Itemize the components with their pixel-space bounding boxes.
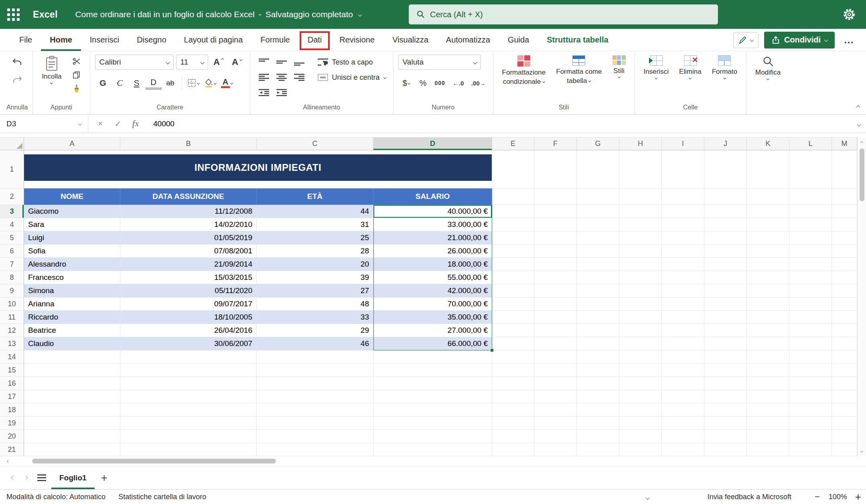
cell-j20[interactable] [704,430,747,443]
cell-l8[interactable] [789,271,832,284]
row-header-10[interactable]: 10 [0,298,24,311]
ribbon-tab-automatizza[interactable]: Automatizza [437,29,499,51]
scroll-left-button[interactable] [0,460,16,462]
column-header-c[interactable]: C [257,137,373,150]
confirm-entry-button[interactable]: ✓ [110,117,126,131]
row-header-14[interactable]: 14 [0,350,24,364]
align-middle-button[interactable] [273,55,290,70]
table-header-nome[interactable]: NOME [24,188,120,205]
ribbon-tab-guida[interactable]: Guida [499,29,538,51]
cell-l15[interactable] [789,364,832,377]
cell-f6[interactable] [534,245,577,258]
cell-h5[interactable] [619,231,662,245]
cell-b12[interactable]: 26/04/2016 [120,324,257,337]
ribbon-tab-formule[interactable]: Formule [251,29,298,51]
cell-m10[interactable] [832,298,857,311]
cell-m13[interactable] [832,337,857,350]
fill-color-button[interactable] [202,75,218,91]
cell-k13[interactable] [747,337,789,350]
font-name-select[interactable]: Calibri [95,55,174,70]
cell-g10[interactable] [577,298,619,311]
cell-l9[interactable] [789,284,832,298]
cell-e3[interactable] [492,205,534,218]
merge-center-button[interactable]: Unisci e centra [315,70,388,85]
cell-h8[interactable] [619,271,662,284]
cell-j17[interactable] [704,390,747,403]
cell-g20[interactable] [577,430,619,443]
cell-k15[interactable] [747,364,789,377]
ribbon-tab-inserisci[interactable]: Inserisci [81,29,128,51]
cell-a5[interactable]: Luigi [24,231,120,245]
vertical-scrollbar[interactable] [857,137,866,456]
cell-c9[interactable]: 27 [257,284,373,298]
cell-l18[interactable] [789,403,832,417]
cell-b21[interactable] [120,443,257,456]
cell-i20[interactable] [662,430,704,443]
cell-m11[interactable] [832,311,857,324]
cell-j19[interactable] [704,417,747,430]
cell-l4[interactable] [789,218,832,231]
column-header-b[interactable]: B [120,137,257,150]
cell-f20[interactable] [534,430,577,443]
cell-d13[interactable]: 66.000,00 € [373,337,492,350]
cell-a10[interactable]: Arianna [24,298,120,311]
cell-f16[interactable] [534,377,577,390]
cell-d20[interactable] [373,430,492,443]
cell-i16[interactable] [662,377,704,390]
cell-i2[interactable] [662,188,704,205]
cell-d12[interactable]: 27.000,00 € [373,324,492,337]
cell-e12[interactable] [492,324,534,337]
cell-l3[interactable] [789,205,832,218]
cell-d4[interactable]: 33.000,00 € [373,218,492,231]
cell-j2[interactable] [704,188,747,205]
align-left-button[interactable] [255,70,273,85]
pen-mode-button[interactable] [733,32,759,48]
sheet-grid[interactable]: ABCDEFGHIJKLM1INFORMAZIONI IMPIEGATI2NOM… [0,137,857,456]
bold-button[interactable]: G [95,75,111,91]
cell-i6[interactable] [662,245,704,258]
cell-l5[interactable] [789,231,832,245]
cell-g4[interactable] [577,218,619,231]
insert-cells-button[interactable]: Inserisci [640,55,673,80]
cell-k11[interactable] [747,311,789,324]
scroll-up-button[interactable] [858,137,866,148]
table-header-età[interactable]: ETÀ [257,188,373,205]
feedback-button[interactable]: Invia feedback a Microsoft [701,493,798,501]
row-header-12[interactable]: 12 [0,324,24,337]
cell-j1[interactable] [704,150,747,188]
cell-f13[interactable] [534,337,577,350]
cell-k18[interactable] [747,403,789,417]
insert-function-button[interactable]: fx [128,117,144,131]
cell-m3[interactable] [832,205,857,218]
ribbon-tab-struttura-tabella[interactable]: Struttura tabella [538,29,617,51]
cell-g12[interactable] [577,324,619,337]
cell-i12[interactable] [662,324,704,337]
cell-h7[interactable] [619,258,662,271]
cell-c19[interactable] [257,417,373,430]
cell-d6[interactable]: 26.000,00 € [373,245,492,258]
increase-font-size-button[interactable]: A [211,55,227,70]
cell-i10[interactable] [662,298,704,311]
app-launcher-button[interactable] [0,0,26,29]
cell-b5[interactable]: 01/05/2019 [120,231,257,245]
cell-h4[interactable] [619,218,662,231]
cell-f10[interactable] [534,298,577,311]
cell-g21[interactable] [577,443,619,456]
cell-h18[interactable] [619,403,662,417]
table-title-cell[interactable]: INFORMAZIONI IMPIEGATI [24,150,492,188]
cell-i7[interactable] [662,258,704,271]
cell-m14[interactable] [832,350,857,364]
cell-e14[interactable] [492,350,534,364]
ribbon-tab-file[interactable]: File [10,29,41,51]
column-header-d[interactable]: D [373,137,492,150]
conditional-formatting-button[interactable]: Formattazione condizionale [498,55,550,86]
cell-f15[interactable] [534,364,577,377]
cell-m16[interactable] [832,377,857,390]
cell-h15[interactable] [619,364,662,377]
cell-d7[interactable]: 18.000,00 € [373,258,492,271]
ribbon-tab-disegno[interactable]: Disegno [128,29,175,51]
cell-b11[interactable]: 18/10/2005 [120,311,257,324]
cell-m2[interactable] [832,188,857,205]
cell-b3[interactable]: 11/12/2008 [120,205,257,218]
cell-d18[interactable] [373,403,492,417]
